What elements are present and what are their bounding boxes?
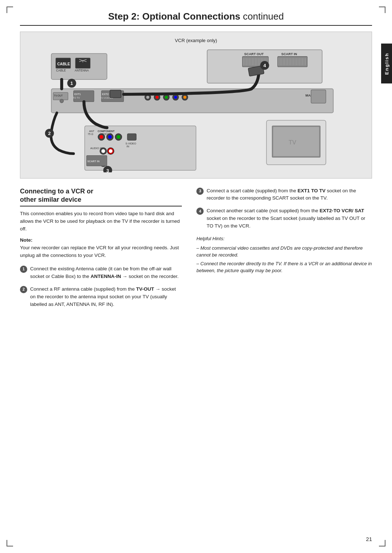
page-title: Step 2: Optional Connections continued [20, 11, 372, 26]
step-text-3: Connect a scart cable (supplied) from th… [207, 187, 372, 202]
step-item-4: 4 Connect another scart cable (not suppl… [196, 207, 372, 230]
left-column: Connecting to a VCR or other similar dev… [20, 187, 182, 314]
svg-text:AUDIO IN: AUDIO IN [90, 147, 103, 150]
svg-text:SCART IN: SCART IN [281, 52, 297, 56]
svg-rect-42 [74, 91, 94, 102]
svg-rect-62 [311, 90, 326, 103]
step-number-4: 4 [196, 208, 204, 215]
svg-rect-21 [278, 57, 307, 67]
svg-rect-79 [127, 134, 136, 140]
step-item-3: 3 Connect a scart cable (supplied) from … [196, 187, 372, 202]
svg-text:4: 4 [263, 63, 266, 68]
two-column-content: Connecting to a VCR or other similar dev… [20, 187, 372, 314]
step-item-1: 1 Connect the existing Antenna cable (it… [20, 265, 182, 280]
helpful-hints: Helpful Hints: – Most commercial video c… [196, 235, 372, 274]
step-item-2: 2 Connect a RF antenna cable (supplied) … [20, 286, 182, 308]
diagram-container: VCR (example only) SCART OUT SCART IN [20, 32, 372, 179]
svg-text:SCART IN: SCART IN [87, 160, 99, 163]
svg-text:1: 1 [70, 81, 73, 86]
steps-list-left: 1 Connect the existing Antenna cable (it… [20, 265, 182, 308]
svg-rect-66 [75, 58, 90, 69]
svg-text:TV-OUT: TV-OUT [54, 94, 62, 97]
corner-mark-bl [7, 540, 13, 546]
svg-point-78 [117, 135, 120, 139]
svg-text:SCART OUT: SCART OUT [244, 52, 264, 56]
intro-text: This connection enables you to record fr… [20, 210, 182, 233]
svg-point-49 [146, 96, 149, 99]
svg-text:2: 2 [48, 131, 51, 136]
corner-mark-tr [379, 7, 385, 13]
helpful-hints-title: Helpful Hints: [196, 235, 372, 242]
hint-1: – Most commercial video cassettes and DV… [196, 245, 372, 259]
connection-diagram: SCART OUT SCART IN [29, 46, 363, 172]
svg-point-57 [183, 96, 186, 99]
title-bold: Step 2: Optional Connections [108, 11, 240, 22]
svg-point-53 [165, 96, 168, 99]
svg-point-51 [156, 96, 159, 99]
step-text-4: Connect another scart cable (not supplie… [207, 207, 372, 230]
step-number-2: 2 [20, 286, 27, 293]
svg-text:TV: TV [289, 139, 296, 146]
step-number-3: 3 [196, 188, 204, 195]
note-text: Your new recorder can replace the VCR fo… [20, 244, 182, 259]
svg-text:ANTENNA: ANTENNA [75, 69, 89, 72]
svg-text:CABLE: CABLE [56, 69, 66, 72]
main-content: Step 2: Optional Connections continued V… [0, 0, 392, 335]
svg-text:EXT1: EXT1 [74, 93, 81, 96]
hint-2: – Connect the recorder directly to the T… [196, 260, 372, 274]
svg-text:S-VIDEO: S-VIDEO [126, 142, 136, 145]
step-number-1: 1 [20, 266, 27, 273]
step-text-1: Connect the existing Antenna cable (it c… [30, 265, 182, 280]
svg-point-60 [60, 99, 64, 103]
svg-text:CABLE: CABLE [57, 62, 70, 66]
steps-list-right: 3 Connect a scart cable (supplied) from … [196, 187, 372, 230]
svg-point-55 [174, 96, 177, 99]
right-column: 3 Connect a scart cable (supplied) from … [196, 187, 372, 314]
step-text-2: Connect a RF antenna cable (supplied) fr… [30, 286, 182, 308]
page-number: 21 [366, 536, 372, 542]
svg-text:VIDEO IN: VIDEO IN [101, 133, 112, 136]
svg-text:EXT2: EXT2 [102, 93, 109, 96]
svg-text:3: 3 [106, 168, 109, 172]
svg-rect-101 [110, 90, 121, 98]
language-label: English [384, 53, 389, 75]
svg-point-85 [109, 149, 113, 153]
corner-mark-br [379, 540, 385, 546]
corner-mark-tl [7, 7, 13, 13]
note-heading: Note: [20, 237, 182, 243]
vcr-label: VCR (example only) [26, 38, 366, 43]
language-tab: English [381, 44, 392, 83]
section-heading: Connecting to a VCR or other similar dev… [20, 187, 182, 207]
svg-text:COMPONENT: COMPONENT [98, 130, 115, 133]
title-suffix: continued [240, 11, 284, 22]
svg-text:75 Ω: 75 Ω [88, 133, 94, 136]
svg-text:IN: IN [127, 145, 129, 148]
svg-text:TO TV: TO TV [73, 97, 80, 99]
svg-text:ANT: ANT [89, 130, 95, 133]
